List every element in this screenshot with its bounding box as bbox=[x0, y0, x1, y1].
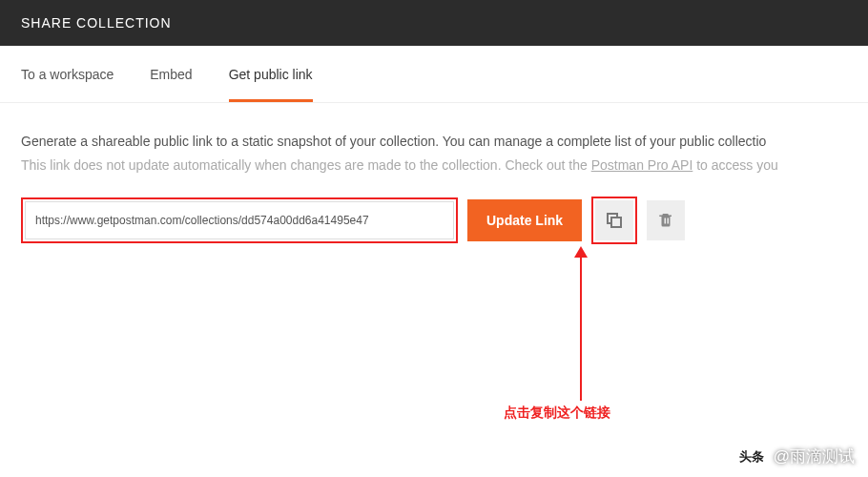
tabs-bar: To a workspace Embed Get public link bbox=[0, 46, 868, 103]
watermark-text: @雨滴测试 bbox=[774, 446, 855, 467]
link-highlight-box bbox=[21, 197, 458, 243]
update-link-button[interactable]: Update Link bbox=[467, 199, 582, 241]
description-line-2: This link does not update automatically … bbox=[21, 156, 847, 176]
dialog-title: SHARE COLLECTION bbox=[21, 15, 172, 31]
postman-pro-api-link[interactable]: Postman Pro API bbox=[591, 157, 693, 173]
annotation-text: 点击复制这个链接 bbox=[504, 404, 610, 422]
copy-link-button[interactable] bbox=[595, 200, 633, 240]
watermark-badge: 头条 bbox=[735, 446, 768, 467]
copy-highlight-box bbox=[591, 197, 637, 244]
link-row: Update Link bbox=[21, 197, 847, 244]
desc2-pre: This link does not update automatically … bbox=[21, 157, 591, 173]
tab-embed[interactable]: Embed bbox=[150, 46, 192, 102]
description-line-1: Generate a shareable public link to a st… bbox=[21, 132, 847, 152]
copy-icon bbox=[607, 213, 622, 228]
delete-link-button[interactable] bbox=[647, 200, 685, 240]
tab-to-workspace[interactable]: To a workspace bbox=[21, 46, 114, 102]
dialog-header: SHARE COLLECTION bbox=[0, 0, 868, 46]
annotation-arrow-head bbox=[574, 246, 588, 258]
public-link-input[interactable] bbox=[25, 201, 454, 239]
watermark: 头条 @雨滴测试 bbox=[735, 446, 855, 467]
annotation-arrow-line bbox=[580, 248, 582, 401]
content-area: Generate a shareable public link to a st… bbox=[0, 103, 868, 244]
desc2-post: to access you bbox=[692, 157, 778, 173]
trash-icon bbox=[657, 211, 674, 231]
tab-get-public-link[interactable]: Get public link bbox=[229, 46, 313, 102]
